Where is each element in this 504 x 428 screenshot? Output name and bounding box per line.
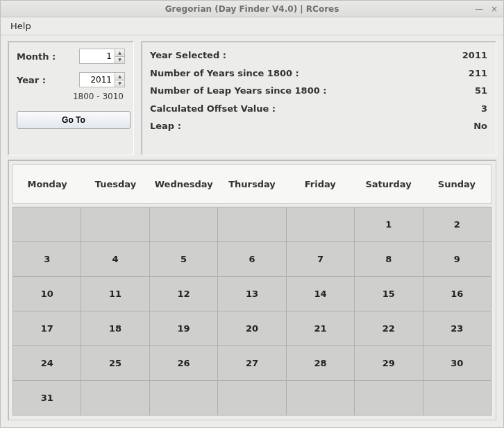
calendar-cell[interactable]: 14 (287, 277, 355, 311)
calendar-cell[interactable]: 1 (355, 207, 423, 242)
month-spin-up[interactable]: ▲ (115, 49, 125, 57)
calendar-cell[interactable]: 23 (423, 311, 492, 346)
menu-help[interactable]: Help (5, 18, 37, 34)
info-label: Number of Leap Years since 1800 : (150, 84, 326, 98)
day-header: Saturday (354, 165, 422, 203)
calendar-cell[interactable]: 19 (150, 311, 218, 346)
info-value: 2011 (462, 49, 487, 62)
calendar-cell[interactable]: 8 (355, 242, 423, 277)
info-label: Year Selected : (150, 49, 226, 62)
calendar-panel: Monday Tuesday Wednesday Thursday Friday… (8, 160, 496, 420)
calendar-header: Monday Tuesday Wednesday Thursday Friday… (12, 164, 492, 204)
goto-button[interactable]: Go To (17, 111, 131, 129)
year-row: Year : ▲ ▼ (17, 72, 125, 87)
calendar-cell[interactable]: 13 (218, 277, 286, 311)
info-label: Number of Years since 1800 : (150, 67, 299, 80)
calendar-cell[interactable]: 28 (287, 346, 355, 381)
calendar-cell[interactable] (423, 381, 492, 416)
titlebar: Gregorian (Day Finder V4.0) | RCores — × (1, 1, 503, 17)
day-header: Sunday (423, 165, 491, 203)
calendar-cell[interactable] (355, 381, 423, 416)
menubar: Help (1, 17, 503, 35)
calendar-cell[interactable]: 27 (218, 346, 286, 381)
calendar-cell[interactable]: 2 (423, 207, 492, 242)
info-panel: Year Selected : 2011 Number of Years sin… (141, 41, 496, 155)
calendar-cell[interactable]: 4 (81, 242, 149, 277)
calendar-cell[interactable]: 3 (13, 242, 81, 277)
calendar-cell[interactable]: 7 (287, 242, 355, 277)
calendar-cell[interactable]: 9 (423, 242, 492, 277)
info-leap-years: Number of Leap Years since 1800 : 51 (150, 84, 487, 98)
info-label: Calculated Offset Value : (150, 102, 276, 116)
month-spinner: ▲ ▼ (79, 49, 125, 64)
info-leap: Leap : No (150, 119, 487, 133)
info-year-selected: Year Selected : 2011 (150, 49, 487, 62)
calendar-cell[interactable]: 22 (355, 311, 423, 346)
calendar-grid: 1234567891011121314151617181920212223242… (12, 207, 492, 416)
calendar-cell[interactable]: 25 (81, 346, 149, 381)
calendar-cell[interactable]: 24 (13, 346, 81, 381)
content-area: Month : ▲ ▼ Year : ▲ (1, 35, 503, 427)
calendar-cell[interactable] (218, 207, 286, 242)
calendar-cell[interactable] (13, 207, 81, 242)
info-value: 211 (469, 67, 487, 80)
input-panel: Month : ▲ ▼ Year : ▲ (8, 41, 134, 155)
year-input[interactable] (79, 72, 115, 87)
calendar-cell[interactable]: 10 (13, 277, 81, 311)
calendar-cell[interactable] (81, 207, 149, 242)
calendar-cell[interactable] (287, 381, 355, 416)
app-window: Gregorian (Day Finder V4.0) | RCores — ×… (0, 0, 504, 428)
window-title: Gregorian (Day Finder V4.0) | RCores (1, 4, 503, 14)
calendar-cell[interactable]: 5 (150, 242, 218, 277)
year-spin-up[interactable]: ▲ (115, 72, 125, 80)
calendar-cell[interactable]: 16 (423, 277, 492, 311)
calendar-cell[interactable]: 31 (13, 381, 81, 416)
calendar-cell[interactable]: 17 (13, 311, 81, 346)
year-spinner: ▲ ▼ (79, 72, 125, 87)
calendar-cell[interactable]: 29 (355, 346, 423, 381)
calendar-cell[interactable] (287, 207, 355, 242)
calendar-cell[interactable]: 20 (218, 311, 286, 346)
calendar-cell[interactable]: 30 (423, 346, 492, 381)
year-range-hint: 1800 - 3010 (17, 92, 125, 101)
calendar-cell[interactable]: 21 (287, 311, 355, 346)
calendar-cell[interactable] (150, 207, 218, 242)
month-label: Month : (17, 51, 58, 62)
info-value: 51 (475, 84, 487, 98)
top-row: Month : ▲ ▼ Year : ▲ (8, 41, 496, 155)
calendar-cell[interactable] (81, 381, 149, 416)
info-value: No (473, 119, 487, 133)
info-offset: Calculated Offset Value : 3 (150, 102, 487, 116)
month-input[interactable] (79, 49, 115, 64)
day-header: Monday (13, 165, 81, 203)
calendar-cell[interactable]: 26 (150, 346, 218, 381)
minimize-icon[interactable]: — (474, 4, 484, 14)
info-years-since: Number of Years since 1800 : 211 (150, 67, 487, 80)
year-spin-down[interactable]: ▼ (115, 80, 125, 88)
month-spin-down[interactable]: ▼ (115, 57, 125, 65)
calendar-cell[interactable]: 15 (355, 277, 423, 311)
year-label: Year : (17, 75, 58, 85)
day-header: Wednesday (150, 165, 218, 203)
day-header: Tuesday (81, 165, 149, 203)
calendar-cell[interactable]: 6 (218, 242, 286, 277)
day-header: Thursday (218, 165, 286, 203)
info-value: 3 (481, 102, 487, 116)
month-row: Month : ▲ ▼ (17, 49, 125, 64)
close-icon[interactable]: × (489, 4, 499, 14)
calendar-cell[interactable]: 11 (81, 277, 149, 311)
calendar-cell[interactable]: 12 (150, 277, 218, 311)
day-header: Friday (286, 165, 354, 203)
window-controls: — × (474, 1, 499, 17)
info-label: Leap : (150, 119, 181, 133)
calendar-cell[interactable]: 18 (81, 311, 149, 346)
calendar-cell[interactable] (150, 381, 218, 416)
calendar-cell[interactable] (218, 381, 286, 416)
